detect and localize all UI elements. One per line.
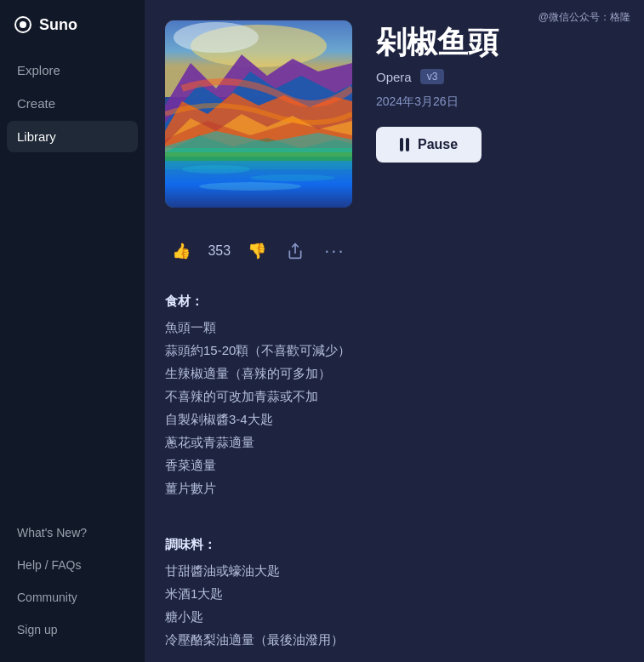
song-version-badge: v3	[420, 69, 445, 84]
song-date: 2024年3月26日	[376, 94, 624, 110]
dislike-button[interactable]	[244, 238, 270, 264]
song-meta: Opera v3	[376, 69, 624, 84]
ingredient-line-5: 蔥花或青蒜適量	[165, 431, 624, 454]
like-button[interactable]	[168, 238, 194, 264]
svg-point-1	[20, 21, 26, 28]
ingredient-line-3: 不喜辣的可改加青蒜或不加	[165, 385, 624, 408]
pause-button[interactable]: Pause	[376, 127, 482, 163]
ingredient-line-6: 香菜適量	[165, 454, 624, 477]
content-area: 353 ···	[145, 0, 644, 662]
seasoning-line-0: 甘甜醬油或蠔油大匙	[165, 559, 624, 582]
logo-area: Suno	[0, 0, 145, 54]
svg-point-13	[250, 174, 335, 181]
thumb-up-icon	[172, 242, 191, 260]
share-icon	[287, 243, 304, 260]
more-dots-icon: ···	[324, 240, 345, 262]
song-genre: Opera	[376, 70, 412, 84]
ingredient-line-2: 生辣椒適量（喜辣的可多加）	[165, 362, 624, 385]
more-button[interactable]: ···	[321, 237, 348, 265]
pause-bar-left	[400, 138, 403, 151]
thumb-down-icon	[248, 242, 266, 260]
suno-logo-icon	[14, 15, 32, 34]
song-title: 剁椒鱼頭	[376, 24, 624, 60]
svg-point-14	[199, 182, 301, 191]
pause-icon	[400, 138, 409, 151]
album-art-svg	[165, 20, 352, 208]
logo-text: Suno	[39, 16, 77, 34]
ingredient-line-1: 蒜頭約15-20顆（不喜歡可減少）	[165, 339, 624, 362]
pause-bar-right	[406, 138, 409, 151]
sidebar-nav: Explore Create Library	[0, 54, 145, 152]
share-button[interactable]	[283, 239, 307, 263]
sidebar-item-create[interactable]: Create	[7, 88, 138, 119]
like-count: 353	[208, 243, 231, 259]
seasoning-line-2: 糖小匙	[165, 605, 624, 628]
seasoning-line-3: 冷壓酪梨油適量（最後油潑用）	[165, 628, 624, 651]
main-content: @微信公众号：格隆	[145, 0, 644, 662]
sidebar-item-help-faqs[interactable]: Help / FAQs	[7, 550, 138, 580]
album-art-wrapper: 353 ···	[165, 20, 352, 265]
sidebar-item-explore[interactable]: Explore	[7, 54, 138, 86]
ingredient-line-4: 自製剁椒醬3-4大匙	[165, 408, 624, 431]
watermark: @微信公众号：格隆	[539, 10, 630, 25]
ingredient-line-7: 薑片數片	[165, 477, 624, 499]
seasoning-title: 調味料：	[165, 533, 624, 556]
sidebar-item-library[interactable]: Library	[7, 121, 138, 152]
sidebar-item-whats-new[interactable]: What's New?	[7, 517, 138, 548]
album-art	[165, 20, 352, 208]
sidebar: Suno Explore Create Library What's New? …	[0, 0, 145, 662]
sidebar-item-sign-up[interactable]: Sign up	[7, 614, 138, 645]
song-info: 剁椒鱼頭 Opera v3 2024年3月26日 Pause	[376, 20, 624, 163]
top-section: 353 ···	[165, 20, 624, 265]
svg-point-5	[174, 22, 259, 53]
sidebar-bottom: What's New? Help / FAQs Community Sign u…	[0, 517, 145, 662]
action-bar: 353 ···	[168, 237, 348, 265]
ingredients-title: 食材：	[165, 289, 624, 312]
ingredient-line-0: 魚頭一顆	[165, 316, 624, 339]
seasoning-line-1: 米酒1大匙	[165, 582, 624, 605]
song-description: 食材： 魚頭一顆 蒜頭約15-20顆（不喜歡可減少） 生辣椒適量（喜辣的可多加）…	[165, 289, 624, 651]
sidebar-item-community[interactable]: Community	[7, 582, 138, 613]
svg-point-12	[182, 165, 250, 174]
